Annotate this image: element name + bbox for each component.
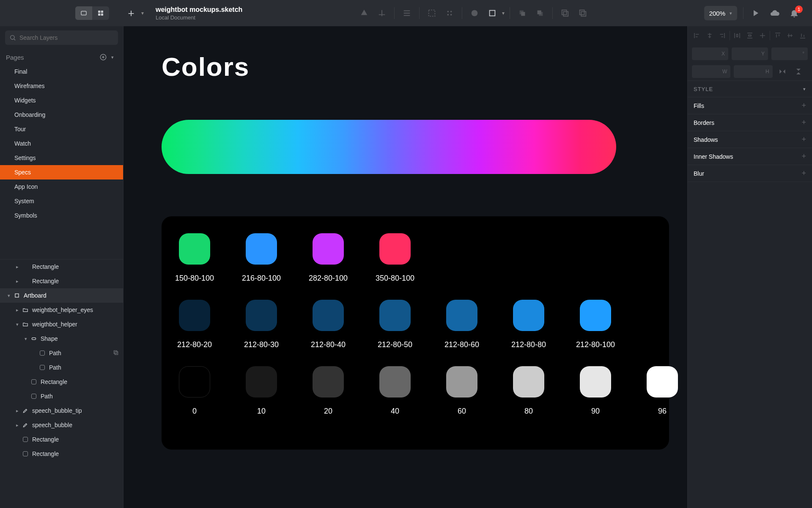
view-list-button[interactable]	[75, 6, 92, 20]
distribute-h-icon[interactable]	[732, 30, 742, 41]
layer-type-icon	[21, 321, 30, 327]
layer-row[interactable]: ▸speech_bubble	[0, 418, 123, 432]
notifications-button[interactable]: 1	[788, 7, 800, 19]
layer-row[interactable]: Path	[0, 389, 123, 403]
layer-row[interactable]: Path	[0, 346, 123, 360]
prop-angle[interactable]: °	[771, 47, 808, 60]
canvas-area[interactable]: Colors 150-80-100216-80-100282-80-100350…	[123, 26, 687, 508]
page-item[interactable]: Symbols	[0, 208, 123, 223]
layer-row[interactable]: ▸Rectangle	[0, 260, 123, 274]
mask-tool-icon[interactable]	[467, 6, 482, 20]
layer-type-icon	[21, 422, 30, 428]
align-middle-icon[interactable]	[785, 30, 795, 41]
zoom-select[interactable]: 200% ▾	[704, 6, 737, 20]
align-tool-icon[interactable]	[400, 6, 414, 20]
svg-rect-5	[428, 10, 435, 17]
style-section[interactable]: Blur+	[688, 165, 812, 182]
align-bottom-icon[interactable]	[798, 30, 808, 41]
edit-tool-icon[interactable]	[375, 6, 389, 20]
insert-button[interactable]: +	[125, 7, 137, 19]
layer-row[interactable]: Rectangle	[0, 447, 123, 461]
subtract-tool-icon[interactable]	[576, 6, 590, 20]
align-right-icon[interactable]	[717, 30, 727, 41]
chevron-down-icon[interactable]: ▾	[803, 86, 806, 92]
disclosure-icon[interactable]: ▸	[14, 279, 21, 284]
add-style-icon[interactable]: +	[801, 101, 806, 110]
disclosure-icon[interactable]: ▾	[5, 293, 13, 298]
insert-chevron-icon[interactable]: ▾	[141, 10, 144, 16]
scale-chevron-icon[interactable]: ▾	[502, 10, 505, 16]
page-item[interactable]: Wireframes	[0, 79, 123, 93]
prop-h[interactable]: H	[734, 65, 772, 78]
layer-row[interactable]: Path	[0, 360, 123, 375]
layer-label: Path	[49, 350, 110, 356]
swatch-card: 150-80-100216-80-100282-80-100350-80-100…	[162, 216, 669, 450]
page-item[interactable]: Tour	[0, 122, 123, 136]
page-item[interactable]: Widgets	[0, 93, 123, 108]
align-left-icon[interactable]	[692, 30, 702, 41]
preview-button[interactable]	[749, 7, 761, 19]
layer-row[interactable]: ▾weigthbot_helper	[0, 317, 123, 331]
layer-row[interactable]: ▸weightbot_helper_eyes	[0, 303, 123, 317]
style-section[interactable]: Shadows+	[688, 131, 812, 148]
add-style-icon[interactable]: +	[801, 152, 806, 161]
layer-row[interactable]: ▸Rectangle	[0, 274, 123, 288]
tidy-icon[interactable]	[757, 30, 768, 41]
page-item[interactable]: Watch	[0, 136, 123, 151]
disclosure-icon[interactable]: ▸	[14, 422, 21, 428]
swatch-label: 60	[458, 407, 466, 416]
layer-type-icon	[13, 293, 21, 298]
layer-row[interactable]: ▾Shape	[0, 331, 123, 346]
forward-tool-icon[interactable]	[515, 6, 529, 20]
flip-h-icon[interactable]	[776, 65, 789, 78]
page-item[interactable]: Onboarding	[0, 108, 123, 122]
add-style-icon[interactable]: +	[801, 169, 806, 178]
collapse-pages-button[interactable]: ▾	[108, 52, 117, 62]
style-section[interactable]: Fills+	[688, 97, 812, 114]
align-center-h-icon[interactable]	[705, 30, 715, 41]
cloud-button[interactable]	[769, 7, 781, 19]
flip-v-icon[interactable]	[792, 65, 805, 78]
swatch-item: 96	[647, 366, 678, 416]
align-top-icon[interactable]	[773, 30, 783, 41]
search-layers-field[interactable]	[5, 30, 118, 45]
layer-row[interactable]: Rectangle	[0, 432, 123, 447]
zoom-value: 200%	[709, 10, 725, 17]
add-style-icon[interactable]: +	[801, 118, 806, 127]
view-grid-button[interactable]	[92, 6, 109, 20]
disclosure-icon[interactable]: ▾	[22, 336, 30, 342]
search-input[interactable]	[19, 34, 114, 41]
scale-tool-icon[interactable]	[485, 6, 499, 20]
backward-tool-icon[interactable]	[533, 6, 547, 20]
union-tool-icon[interactable]	[558, 6, 572, 20]
page-item[interactable]: App Icon	[0, 179, 123, 194]
prop-x[interactable]: X	[692, 47, 728, 60]
disclosure-icon[interactable]: ▸	[14, 408, 21, 414]
page-item[interactable]: Final	[0, 64, 123, 79]
disclosure-icon[interactable]: ▾	[14, 322, 21, 327]
symbol-tool-icon[interactable]	[442, 6, 457, 20]
distribute-v-icon[interactable]	[745, 30, 755, 41]
group-tool-icon[interactable]	[425, 6, 439, 20]
style-label: STYLE	[694, 86, 713, 92]
layer-row[interactable]: ▸speech_bubble_tip	[0, 403, 123, 418]
prop-y[interactable]: Y	[732, 47, 768, 60]
page-item[interactable]: Settings	[0, 151, 123, 165]
page-item[interactable]: Specs	[0, 165, 123, 179]
layer-row[interactable]: Rectangle	[0, 375, 123, 389]
swatch-label: 20	[324, 407, 332, 416]
disclosure-icon[interactable]: ▸	[14, 264, 21, 270]
style-section-label: Borders	[694, 119, 714, 126]
left-sidebar: Pages ▾ FinalWireframesWidgetsOnboarding…	[0, 26, 123, 508]
style-section[interactable]: Inner Shadows+	[688, 148, 812, 165]
document-title-block: weightbot mockups.sketch Local Document	[148, 6, 242, 21]
shape-tool-icon[interactable]	[357, 6, 371, 20]
pages-list: FinalWireframesWidgetsOnboardingTourWatc…	[0, 64, 123, 225]
layer-row[interactable]: ▾Artboard	[0, 288, 123, 303]
disclosure-icon[interactable]: ▸	[14, 307, 21, 313]
add-style-icon[interactable]: +	[801, 135, 806, 144]
prop-w[interactable]: W	[692, 65, 730, 78]
style-section[interactable]: Borders+	[688, 114, 812, 131]
add-page-button[interactable]	[99, 52, 108, 62]
page-item[interactable]: System	[0, 194, 123, 208]
